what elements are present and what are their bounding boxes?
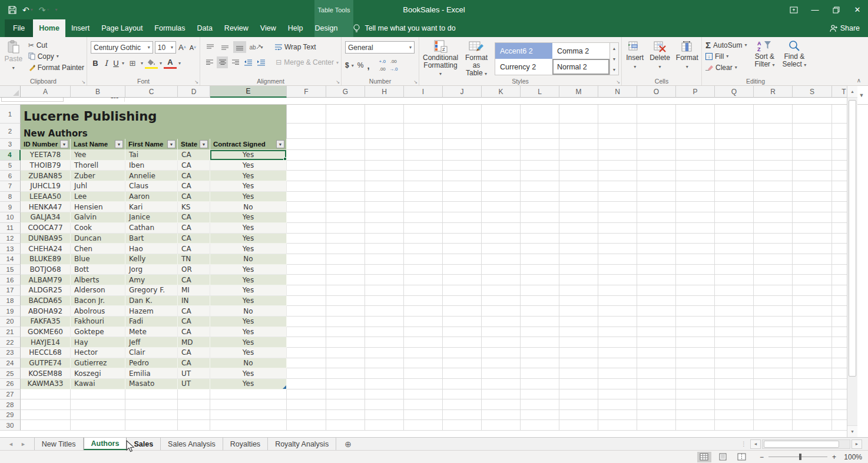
cell-S8[interactable]: [793, 192, 832, 202]
cell-style-accent6-2[interactable]: Accent6 2: [495, 43, 552, 59]
cell-H7[interactable]: [365, 181, 404, 192]
cell-H8[interactable]: [365, 192, 404, 202]
cell-H9[interactable]: [365, 202, 404, 212]
cell-B5[interactable]: Thorell: [71, 161, 125, 171]
cell-F6[interactable]: [287, 171, 326, 181]
row-header-8[interactable]: 8: [0, 192, 21, 202]
cell-R27[interactable]: [754, 389, 793, 400]
cell-R1[interactable]: [754, 105, 793, 124]
cell-O20[interactable]: [637, 317, 676, 327]
cell-N11[interactable]: [598, 223, 637, 234]
cell-N4[interactable]: [598, 150, 637, 161]
cell-L24[interactable]: [521, 358, 559, 369]
underline-button[interactable]: U: [112, 57, 120, 69]
cell-E30[interactable]: [210, 420, 287, 431]
cell-S10[interactable]: [793, 212, 832, 223]
cell-C10[interactable]: Janice: [125, 212, 178, 223]
horizontal-scrollbar[interactable]: ⋮ ◄ ►: [741, 439, 862, 449]
cell-N14[interactable]: [598, 254, 637, 265]
cell-M26[interactable]: [559, 379, 598, 389]
table-header-state[interactable]: State▼: [178, 139, 210, 150]
cell-B13[interactable]: Chen: [71, 244, 125, 254]
cell-M24[interactable]: [559, 358, 598, 369]
cell-M30[interactable]: [559, 420, 598, 431]
cell-P29[interactable]: [676, 410, 715, 421]
cell-B23[interactable]: Hector: [71, 348, 125, 358]
cell-A6[interactable]: ZUBAN85: [21, 171, 71, 181]
cell-M12[interactable]: [559, 234, 598, 244]
cell-F19[interactable]: [287, 306, 326, 317]
cell-C25[interactable]: Emilia: [125, 368, 178, 379]
cell-N27[interactable]: [598, 389, 637, 400]
cell-C22[interactable]: Jeff: [125, 337, 178, 348]
cell-Q15[interactable]: [715, 265, 754, 275]
cell-B15[interactable]: Bott: [71, 265, 125, 275]
cell-H24[interactable]: [365, 358, 404, 369]
cell-K12[interactable]: [482, 234, 521, 244]
gallery-more-button[interactable]: ▼: [610, 64, 618, 75]
ribbon-tab-design[interactable]: Design: [309, 19, 343, 37]
cell-M14[interactable]: [559, 254, 598, 265]
cell-A19[interactable]: ABOHA92: [21, 306, 71, 317]
cell-G27[interactable]: [326, 389, 365, 400]
cell-I8[interactable]: [404, 192, 443, 202]
cut-button[interactable]: ✂Cut: [28, 40, 84, 50]
cell-P14[interactable]: [676, 254, 715, 265]
filter-dropdown-button[interactable]: ▼: [115, 140, 123, 148]
cell-G24[interactable]: [326, 358, 365, 369]
cell-J16[interactable]: [443, 275, 482, 285]
cell-S4[interactable]: [793, 150, 832, 161]
clear-button[interactable]: Clear▾: [705, 62, 747, 72]
cell-C15[interactable]: Jorg: [125, 265, 178, 275]
cell-P25[interactable]: [676, 368, 715, 379]
table-header-contract-signed[interactable]: Contract Signed▼: [210, 139, 287, 150]
merge-center-button[interactable]: ⊟ Merge & Center ▾: [276, 58, 339, 68]
redo-button[interactable]: ↷▾: [39, 5, 49, 15]
cell-P20[interactable]: [676, 317, 715, 327]
middle-align-button[interactable]: [218, 41, 231, 53]
cell-G13[interactable]: [326, 244, 365, 254]
cell-H13[interactable]: [365, 244, 404, 254]
cell-C18[interactable]: Dan K.: [125, 296, 178, 307]
cell-N16[interactable]: [598, 275, 637, 285]
cell-F8[interactable]: [287, 192, 326, 202]
worksheet-title-cell[interactable]: Lucerne Publishing: [21, 105, 287, 124]
cell-E8[interactable]: Yes: [210, 192, 287, 202]
cell-H4[interactable]: [365, 150, 404, 161]
cell-F21[interactable]: [287, 327, 326, 338]
cell-O10[interactable]: [637, 212, 676, 223]
cell-O11[interactable]: [637, 223, 676, 234]
cell-L13[interactable]: [521, 244, 559, 254]
cell-P6[interactable]: [676, 171, 715, 181]
cell-O27[interactable]: [637, 389, 676, 400]
row-header-4[interactable]: 4: [0, 150, 21, 161]
fill-color-button[interactable]: [145, 57, 158, 69]
cell-R18[interactable]: [754, 296, 793, 307]
cell-N19[interactable]: [598, 306, 637, 317]
cell-K5[interactable]: [482, 161, 521, 171]
save-button[interactable]: [8, 6, 16, 14]
filter-dropdown-button[interactable]: ▼: [200, 140, 208, 148]
cell-B21[interactable]: Goktepe: [71, 327, 125, 338]
cell-C16[interactable]: Amy: [125, 275, 178, 285]
cell-N5[interactable]: [598, 161, 637, 171]
cell-O24[interactable]: [637, 358, 676, 369]
cell-C20[interactable]: Fadi: [125, 317, 178, 327]
shrink-font-button[interactable]: A˅: [188, 42, 197, 54]
cell-O6[interactable]: [637, 171, 676, 181]
cell-L23[interactable]: [521, 348, 559, 358]
cell-E17[interactable]: Yes: [210, 285, 287, 296]
row-header-23[interactable]: 23: [0, 348, 21, 358]
collapse-ribbon-button[interactable]: ∧: [857, 77, 861, 84]
cell-G5[interactable]: [326, 161, 365, 171]
cell-I5[interactable]: [404, 161, 443, 171]
cell-O1[interactable]: [637, 105, 676, 124]
cell-H15[interactable]: [365, 265, 404, 275]
cell-B20[interactable]: Fakhouri: [71, 317, 125, 327]
sheet-tab-new-titles[interactable]: New Titles: [34, 438, 84, 450]
cell-P17[interactable]: [676, 285, 715, 296]
cell-L8[interactable]: [521, 192, 559, 202]
cell-S18[interactable]: [793, 296, 832, 307]
cell-M21[interactable]: [559, 327, 598, 338]
cell-P3[interactable]: [676, 139, 715, 150]
